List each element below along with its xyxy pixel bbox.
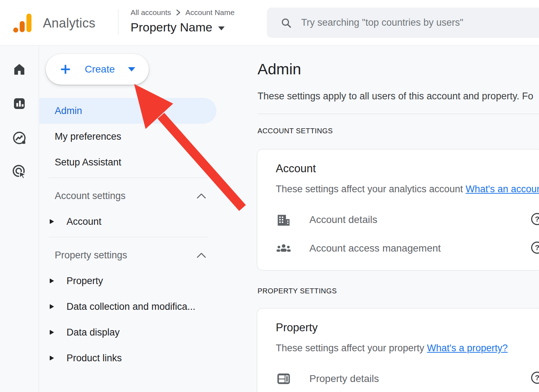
property-details-label: Property details [309, 373, 379, 384]
triangle-right-icon [50, 330, 54, 335]
breadcrumb-all-accounts[interactable]: All accounts [131, 8, 171, 17]
analytics-logo [13, 13, 33, 33]
admin-nav-panel: Create Admin My preferences Setup Assist… [39, 45, 258, 392]
create-button-label: Create [72, 64, 128, 75]
caret-down-icon [128, 67, 135, 71]
help-icon[interactable]: ? [531, 242, 539, 254]
breadcrumb: All accounts Account Name [131, 8, 235, 17]
nav-section-property-settings[interactable]: Property settings [39, 242, 240, 268]
search-icon [280, 17, 292, 29]
building-icon [276, 212, 291, 228]
account-card-description: These settings affect your analytics acc… [276, 184, 539, 195]
header-divider [118, 10, 118, 35]
logo-bar-mid [20, 21, 25, 32]
nav-item-label: Data collection and modifica... [67, 301, 195, 312]
create-button[interactable]: Create [46, 54, 149, 85]
property-card-title: Property [276, 321, 318, 334]
content-divider [258, 114, 539, 114]
nav-item-setup-assistant[interactable]: Setup Assistant [39, 149, 240, 175]
logo-bar-tall [26, 14, 31, 32]
triangle-right-icon [50, 304, 54, 309]
nav-item-label: Account [67, 216, 102, 227]
reports-icon[interactable] [12, 96, 27, 111]
property-card: Property These settings affect your prop… [257, 308, 539, 392]
nav-item-property[interactable]: Property [39, 268, 240, 294]
nav-section-label: Property settings [55, 250, 127, 260]
chevron-up-icon [197, 193, 206, 199]
chevron-up-icon [197, 252, 206, 258]
search-bar[interactable] [267, 8, 539, 38]
nav-item-label: Admin [55, 98, 82, 124]
help-icon[interactable]: ? [531, 213, 539, 225]
triangle-right-icon [50, 219, 54, 224]
property-selector-label: Property Name [131, 20, 212, 34]
property-settings-section-label: PROPERTY SETTINGS [258, 287, 337, 295]
nav-item-product-links[interactable]: Product links [39, 345, 240, 371]
nav-item-label: Product links [67, 353, 122, 363]
property-card-description: These settings affect your property What… [276, 343, 508, 354]
nav-item-my-preferences[interactable]: My preferences [39, 124, 240, 149]
breadcrumb-account-name[interactable]: Account Name [185, 8, 235, 17]
nav-item-data-display[interactable]: Data display [39, 319, 240, 345]
nav-section-account-settings[interactable]: Account settings [39, 183, 240, 209]
triangle-right-icon [50, 278, 54, 283]
account-details-label: Account details [309, 214, 377, 225]
plus-icon [59, 63, 72, 75]
nav-item-label: Data display [67, 327, 120, 338]
account-card-title: Account [276, 162, 316, 175]
logo-dot [13, 28, 18, 33]
web-layout-icon [276, 371, 291, 387]
whats-a-property-link[interactable]: What's a property? [427, 343, 508, 353]
chevron-right-icon [175, 9, 181, 16]
people-group-icon [276, 240, 291, 256]
nav-item-label: Property [67, 276, 103, 286]
account-details-row[interactable]: Account details [276, 207, 526, 233]
left-icon-rail [0, 45, 39, 392]
account-card-desc-text: These settings affect your analytics acc… [276, 184, 466, 194]
triangle-right-icon [50, 356, 54, 361]
nav-item-account[interactable]: Account [39, 209, 240, 234]
page-intro-text: These settings apply to all users of thi… [258, 91, 539, 102]
account-card: Account These settings affect your analy… [257, 149, 539, 271]
help-icon[interactable]: ? [531, 372, 539, 384]
nav-divider [49, 178, 208, 178]
account-access-management-label: Account access management [309, 243, 441, 254]
nav-item-data-collection[interactable]: Data collection and modifica... [39, 294, 240, 319]
caret-down-icon [218, 26, 225, 30]
search-input[interactable] [301, 17, 523, 28]
advertising-icon[interactable] [12, 164, 27, 179]
account-settings-section-label: ACCOUNT SETTINGS [258, 127, 333, 135]
admin-main-content: Admin These settings apply to all users … [258, 45, 539, 392]
explore-icon[interactable] [12, 130, 27, 145]
top-app-bar: Analytics All accounts Account Name Prop… [0, 0, 539, 45]
property-card-desc-text: These settings affect your property [276, 343, 427, 353]
property-details-row[interactable]: Property details [276, 366, 526, 392]
home-icon[interactable] [12, 62, 27, 77]
nav-section-label: Account settings [55, 190, 126, 201]
account-access-management-row[interactable]: Account access management [276, 235, 526, 262]
app-title: Analytics [43, 16, 95, 31]
nav-divider [49, 237, 208, 237]
nav-item-admin-selected[interactable]: Admin [39, 98, 216, 124]
page-title: Admin [258, 60, 301, 78]
whats-an-account-link[interactable]: What's an account? [466, 184, 539, 194]
property-selector[interactable]: Property Name [131, 20, 225, 34]
